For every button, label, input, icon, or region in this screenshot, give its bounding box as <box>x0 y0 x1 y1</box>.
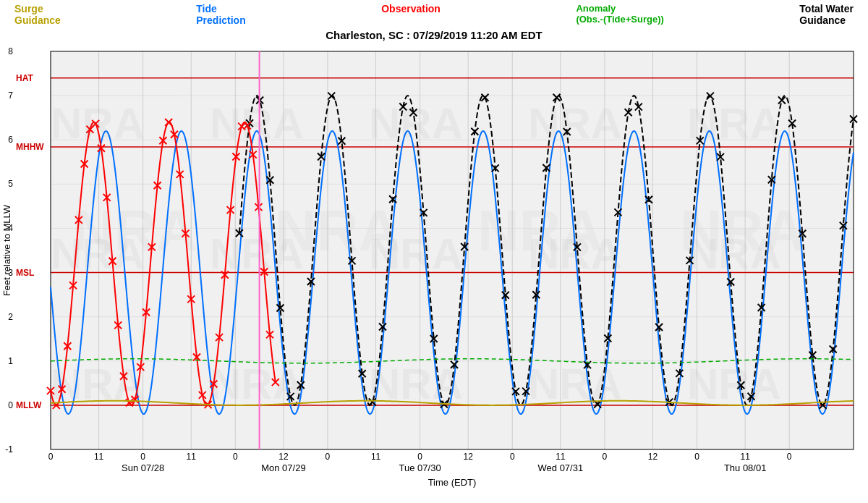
legend-observation: Observation <box>381 3 441 26</box>
chart-subtitle: Charleston, SC : 07/29/2019 11:20 AM EDT <box>0 28 868 44</box>
chart-area <box>0 44 868 493</box>
legend-tide: Tide Prediction <box>196 3 245 26</box>
legend-total: Total Water Guidance <box>799 3 854 26</box>
legend-surge: Surge Guidance <box>14 3 61 26</box>
main-container: Surge Guidance Tide Prediction Observati… <box>0 0 868 503</box>
legend: Surge Guidance Tide Prediction Observati… <box>0 0 868 28</box>
chart-canvas <box>0 44 868 493</box>
legend-anomaly: Anomaly (Obs.-(Tide+Surge)) <box>576 3 663 26</box>
